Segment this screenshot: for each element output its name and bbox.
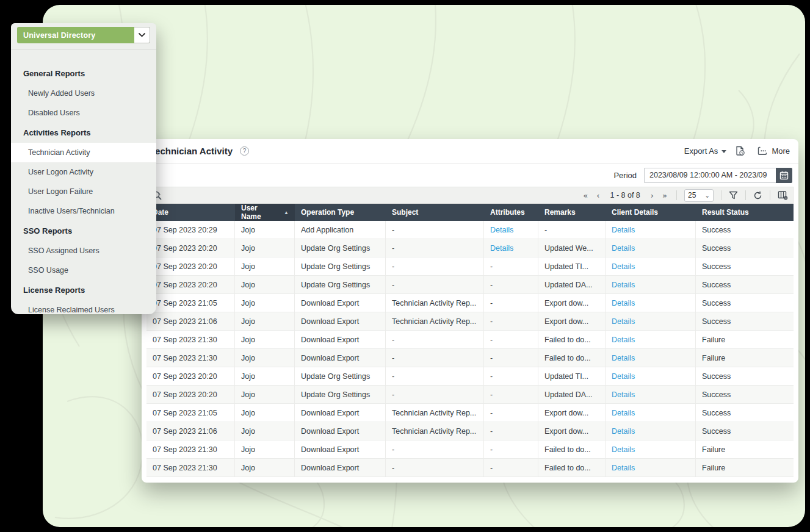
sidebar-item-user-logon-activity[interactable]: User Logon Activity bbox=[11, 162, 156, 182]
cell-client-details: Details bbox=[606, 257, 696, 275]
chevron-down-icon[interactable] bbox=[134, 27, 150, 43]
column-header-remarks[interactable]: Remarks bbox=[538, 204, 606, 221]
cell-subject: - bbox=[386, 257, 484, 275]
reports-sidebar: Universal Directory General ReportsNewly… bbox=[11, 23, 156, 314]
sidebar-item-license-reclaimed-users[interactable]: License Reclaimed Users bbox=[11, 300, 156, 320]
cell-client-details: Details bbox=[606, 440, 696, 458]
cell-attributes: - bbox=[484, 257, 538, 275]
details-link[interactable]: Details bbox=[490, 244, 513, 253]
cell-remarks: Export dow... bbox=[538, 404, 606, 422]
cell-operation-type: Download Export bbox=[295, 459, 386, 476]
cell-remarks: Updated TI... bbox=[538, 367, 606, 385]
directory-dropdown[interactable]: Universal Directory bbox=[17, 27, 150, 43]
divider bbox=[721, 190, 721, 200]
sidebar-item-technician-activity[interactable]: Technician Activity bbox=[11, 143, 156, 162]
column-header-result-status[interactable]: Result Status bbox=[696, 204, 794, 221]
cell-date: 07 Sep 2023 21:30 bbox=[146, 331, 235, 348]
table-header-row: DateUser Name▲Operation TypeSubjectAttri… bbox=[146, 204, 794, 221]
cell-result-status: Success bbox=[696, 276, 794, 293]
table-row: 07 Sep 2023 21:30JojoDownload Export--Fa… bbox=[146, 459, 794, 477]
details-link[interactable]: Details bbox=[612, 427, 635, 436]
cell-operation-type: Update Org Settings bbox=[295, 386, 386, 403]
table-row: 07 Sep 2023 21:30JojoDownload Export--Fa… bbox=[146, 440, 794, 459]
cell-user-name: Jojo bbox=[235, 459, 295, 476]
details-link[interactable]: Details bbox=[612, 464, 635, 472]
details-link[interactable]: Details bbox=[612, 281, 635, 289]
cell-attributes: - bbox=[484, 331, 538, 348]
sidebar-item-sso-usage[interactable]: SSO Usage bbox=[11, 261, 156, 280]
chevron-down-icon: ⌄ bbox=[705, 192, 710, 199]
column-header-user-name[interactable]: User Name▲ bbox=[235, 204, 295, 221]
sidebar-item-disabled-users[interactable]: Disabled Users bbox=[11, 103, 156, 123]
columns-icon[interactable] bbox=[778, 190, 788, 200]
cell-attributes: - bbox=[484, 349, 538, 367]
page-size-select[interactable]: 25 ⌄ bbox=[684, 189, 714, 202]
cell-result-status: Success bbox=[696, 312, 794, 330]
cell-client-details: Details bbox=[606, 422, 696, 440]
next-page-button[interactable]: › bbox=[649, 191, 656, 200]
cell-date: 07 Sep 2023 20:20 bbox=[146, 257, 235, 275]
calendar-icon[interactable] bbox=[776, 168, 792, 183]
cell-operation-type: Update Org Settings bbox=[295, 239, 386, 257]
details-link[interactable]: Details bbox=[612, 262, 635, 271]
cell-client-details: Details bbox=[606, 459, 696, 476]
details-link[interactable]: Details bbox=[490, 226, 513, 234]
export-history-icon[interactable] bbox=[735, 146, 745, 156]
column-header-attributes[interactable]: Attributes bbox=[484, 204, 538, 221]
cell-result-status: Success bbox=[696, 294, 794, 312]
help-icon[interactable]: ? bbox=[240, 146, 249, 156]
table-row: 07 Sep 2023 21:30JojoDownload Export--Fa… bbox=[146, 349, 794, 367]
details-link[interactable]: Details bbox=[612, 354, 635, 362]
cell-client-details: Details bbox=[606, 221, 696, 239]
sidebar-item-newly-added-users[interactable]: Newly Added Users bbox=[11, 84, 156, 103]
cell-attributes: - bbox=[484, 312, 538, 330]
details-link[interactable]: Details bbox=[612, 226, 635, 234]
table-row: 07 Sep 2023 20:20JojoUpdate Org Settings… bbox=[146, 239, 794, 257]
last-page-button[interactable]: » bbox=[660, 191, 669, 200]
report-panel: Technician Activity ? Export As bbox=[142, 139, 798, 483]
details-link[interactable]: Details bbox=[612, 299, 635, 307]
refresh-icon[interactable] bbox=[753, 191, 762, 200]
cell-operation-type: Download Export bbox=[295, 440, 386, 458]
more-button[interactable]: More bbox=[758, 146, 790, 156]
sidebar-item-user-logon-failure[interactable]: User Logon Failure bbox=[11, 182, 156, 201]
period-input[interactable]: 2023/08/09 12:00:00 AM - 2023/09 bbox=[644, 168, 776, 183]
cell-date: 07 Sep 2023 21:30 bbox=[146, 459, 235, 476]
first-page-button[interactable]: « bbox=[581, 191, 590, 200]
column-header-date[interactable]: Date bbox=[146, 204, 235, 221]
sidebar-section-license-reports: License Reports bbox=[11, 280, 156, 300]
export-as-button[interactable]: Export As bbox=[684, 146, 727, 156]
details-link[interactable]: Details bbox=[612, 390, 635, 399]
cell-subject: - bbox=[386, 276, 484, 293]
sidebar-item-sso-assigned-users[interactable]: SSO Assigned Users bbox=[11, 241, 156, 261]
cell-subject: Technician Activity Rep... bbox=[386, 404, 484, 422]
filter-icon[interactable] bbox=[729, 191, 738, 200]
export-as-label: Export As bbox=[684, 146, 718, 156]
cell-date: 07 Sep 2023 21:06 bbox=[146, 422, 235, 440]
cell-subject: Technician Activity Rep... bbox=[386, 312, 484, 330]
cell-date: 07 Sep 2023 21:05 bbox=[146, 404, 235, 422]
cell-user-name: Jojo bbox=[235, 331, 295, 348]
table-row: 07 Sep 2023 20:29JojoAdd Application-Det… bbox=[146, 221, 794, 239]
details-link[interactable]: Details bbox=[612, 244, 635, 253]
column-header-client-details[interactable]: Client Details bbox=[606, 204, 696, 221]
grid-toolbar: « ‹ 1 - 8 of 8 › » 25 ⌄ bbox=[146, 187, 794, 204]
details-link[interactable]: Details bbox=[612, 445, 635, 454]
prev-page-button[interactable]: ‹ bbox=[595, 191, 601, 200]
cell-user-name: Jojo bbox=[235, 257, 295, 275]
column-header-operation-type[interactable]: Operation Type bbox=[295, 204, 386, 221]
column-header-subject[interactable]: Subject bbox=[386, 204, 484, 221]
details-link[interactable]: Details bbox=[612, 317, 635, 326]
details-link[interactable]: Details bbox=[612, 372, 635, 381]
column-header-label: User Name bbox=[241, 204, 279, 221]
cell-subject: - bbox=[386, 386, 484, 403]
details-link[interactable]: Details bbox=[612, 409, 635, 417]
details-link[interactable]: Details bbox=[612, 336, 635, 344]
table-row: 07 Sep 2023 20:20JojoUpdate Org Settings… bbox=[146, 276, 794, 294]
cell-user-name: Jojo bbox=[235, 349, 295, 367]
cell-attributes: - bbox=[484, 386, 538, 403]
sidebar-item-inactive-users-technician[interactable]: Inactive Users/Technician bbox=[11, 201, 156, 221]
cell-date: 07 Sep 2023 20:20 bbox=[146, 386, 235, 403]
page-size-value: 25 bbox=[688, 191, 696, 200]
cell-remarks: Updated DA... bbox=[538, 276, 606, 293]
